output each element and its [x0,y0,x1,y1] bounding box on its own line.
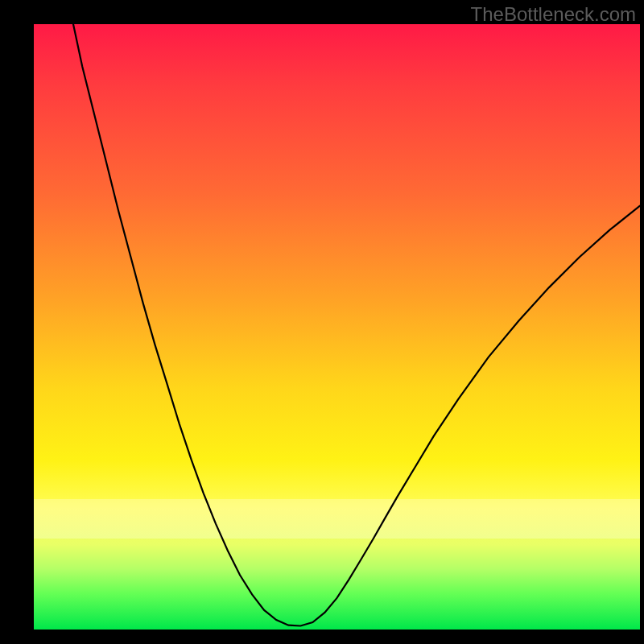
chart-overlay [34,24,640,630]
dot-markers [204,489,403,626]
dot-marker [262,610,273,618]
plot-area [34,24,640,630]
chart-frame: TheBottleneck.com [0,0,644,644]
curve-line [72,24,640,626]
dot-marker [268,615,279,622]
watermark-text: TheBottleneck.com [471,3,636,26]
